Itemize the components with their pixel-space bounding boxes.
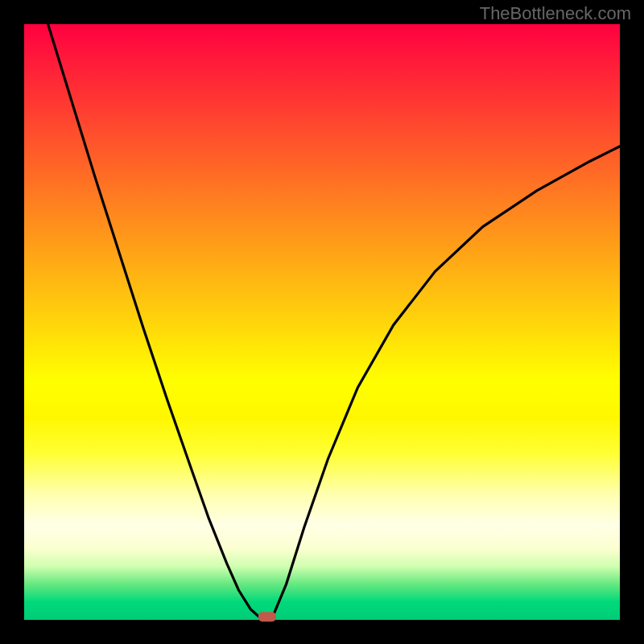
chart-plot-area [24, 24, 620, 620]
curve-left-branch [48, 24, 262, 620]
curve-right-branch [271, 147, 620, 620]
minimum-marker [258, 612, 276, 621]
chart-svg [24, 24, 620, 620]
watermark-text: TheBottleneck.com [480, 3, 631, 24]
